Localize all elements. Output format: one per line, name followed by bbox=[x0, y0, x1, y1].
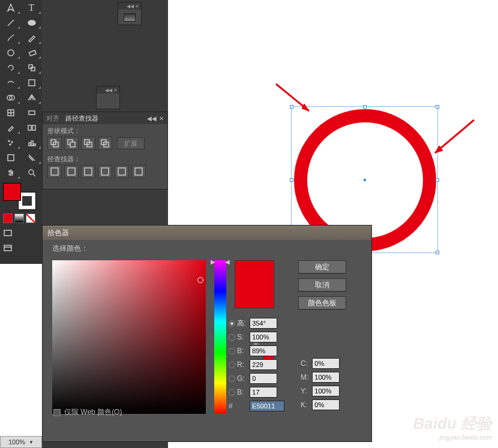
pf-trim-button[interactable] bbox=[64, 165, 79, 178]
red-radio[interactable] bbox=[229, 362, 235, 368]
svg-rect-15 bbox=[101, 168, 109, 175]
color-field[interactable] bbox=[52, 260, 206, 414]
free-transform-tool[interactable] bbox=[21, 75, 42, 90]
slice-tool[interactable] bbox=[21, 150, 42, 165]
pf-divide-button[interactable] bbox=[47, 165, 62, 178]
eraser-tool[interactable] bbox=[21, 45, 42, 60]
web-only-checkbox[interactable] bbox=[53, 409, 61, 416]
hue-radio[interactable] bbox=[229, 320, 235, 327]
line-segment-tool[interactable] bbox=[0, 15, 21, 30]
svg-rect-23 bbox=[31, 67, 35, 71]
shape-unite-button[interactable] bbox=[47, 137, 62, 150]
blob-brush-tool[interactable] bbox=[0, 45, 21, 60]
magenta-input[interactable]: 100% bbox=[312, 372, 340, 383]
none-mode-swatch[interactable] bbox=[26, 214, 35, 223]
artboard-tool[interactable] bbox=[0, 150, 21, 165]
svg-rect-21 bbox=[29, 50, 35, 56]
scale-tool[interactable] bbox=[21, 60, 42, 75]
mini-panel-header[interactable]: ◀◀ ✕ bbox=[97, 86, 119, 94]
cyan-input[interactable]: 0% bbox=[312, 358, 340, 369]
svg-line-18 bbox=[8, 20, 14, 26]
green-radio[interactable] bbox=[229, 375, 235, 382]
tab-align[interactable]: 对齐 bbox=[46, 114, 59, 123]
blue-radio[interactable] bbox=[229, 389, 235, 396]
panel-collapse-icon[interactable]: ◀◀✕ bbox=[147, 115, 164, 122]
resize-handle[interactable] bbox=[436, 178, 439, 182]
mesh-tool[interactable] bbox=[0, 105, 21, 120]
shape-exclude-button[interactable] bbox=[98, 137, 112, 150]
pf-merge-button[interactable] bbox=[81, 165, 95, 178]
shape-intersect-button[interactable] bbox=[81, 137, 95, 150]
saturation-radio[interactable] bbox=[229, 334, 235, 341]
expand-button[interactable]: 扩展 bbox=[117, 137, 145, 149]
perspective-grid-tool[interactable] bbox=[21, 90, 42, 105]
hue-input[interactable]: 354° bbox=[250, 318, 277, 329]
pf-outline-button[interactable] bbox=[115, 165, 129, 178]
svg-point-34 bbox=[11, 142, 13, 143]
resize-handle[interactable] bbox=[290, 178, 293, 182]
annotation-arrow bbox=[426, 117, 480, 165]
type-tool[interactable]: T bbox=[21, 0, 42, 15]
pf-minus-back-button[interactable] bbox=[131, 165, 146, 178]
svg-rect-31 bbox=[28, 125, 31, 130]
pf-crop-button[interactable] bbox=[98, 165, 112, 178]
shape-builder-tool[interactable] bbox=[0, 90, 21, 105]
svg-point-20 bbox=[8, 50, 14, 56]
mini-panel[interactable]: ◀◀ ✕ bbox=[96, 86, 120, 109]
width-tool[interactable] bbox=[0, 75, 21, 90]
blend-tool[interactable] bbox=[21, 120, 42, 135]
resize-handle[interactable] bbox=[436, 105, 439, 109]
screen-mode-button[interactable] bbox=[3, 228, 39, 240]
mini-panel-header[interactable]: ◀◀ ✕ bbox=[118, 2, 141, 10]
svg-rect-38 bbox=[34, 144, 35, 146]
zoom-level[interactable]: 100% ▼ bbox=[0, 436, 42, 448]
svg-rect-43 bbox=[4, 245, 11, 251]
ok-button[interactable]: 确定 bbox=[298, 260, 346, 273]
yellow-input[interactable]: 100% bbox=[312, 386, 340, 396]
pencil-tool[interactable] bbox=[21, 30, 42, 45]
magenta-label: M: bbox=[301, 373, 308, 381]
svg-rect-39 bbox=[8, 155, 14, 161]
shape-mode-label: 形状模式： bbox=[47, 127, 80, 134]
svg-rect-32 bbox=[32, 125, 35, 130]
eyedropper-tool[interactable] bbox=[0, 120, 21, 135]
pen-tool[interactable] bbox=[0, 0, 21, 15]
color-picker-dialog: 拾色器 选择颜色： ▶◀ ◈ 确定 取消 颜色色板 高: 354° S: 100… bbox=[42, 225, 372, 442]
svg-line-41 bbox=[33, 174, 35, 176]
hex-input[interactable]: E50011 bbox=[250, 401, 284, 411]
green-input[interactable]: 0 bbox=[250, 373, 277, 384]
fill-swatch[interactable] bbox=[3, 183, 21, 201]
black-label: K: bbox=[301, 401, 308, 409]
tab-pathfinder[interactable]: 路径查找器 bbox=[65, 114, 98, 123]
ellipse-tool[interactable] bbox=[21, 15, 42, 30]
saturation-input[interactable]: 100% bbox=[250, 332, 277, 342]
gradient-tool[interactable] bbox=[21, 105, 42, 120]
brightness-radio[interactable] bbox=[229, 348, 235, 354]
column-graph-tool[interactable] bbox=[21, 135, 42, 150]
black-input[interactable]: 0% bbox=[312, 399, 340, 410]
yellow-label: Y: bbox=[301, 387, 308, 395]
paintbrush-tool[interactable] bbox=[0, 30, 21, 45]
hand-tool[interactable] bbox=[0, 165, 21, 180]
svg-rect-42 bbox=[4, 230, 11, 236]
color-swatches-button[interactable]: 颜色色板 bbox=[298, 296, 346, 309]
gradient-mode-swatch[interactable] bbox=[14, 214, 24, 223]
shape-minus-front-button[interactable] bbox=[64, 137, 79, 150]
hue-slider[interactable]: ▶◀ bbox=[214, 260, 226, 414]
cancel-button[interactable]: 取消 bbox=[298, 278, 346, 291]
symbol-sprayer-tool[interactable] bbox=[0, 135, 21, 150]
svg-rect-22 bbox=[29, 65, 32, 68]
fill-stroke-swatches[interactable] bbox=[3, 183, 39, 210]
brightness-input[interactable]: 89% bbox=[250, 345, 277, 356]
red-input[interactable]: 229 bbox=[250, 359, 277, 370]
resize-handle[interactable] bbox=[436, 251, 439, 254]
zoom-tool[interactable] bbox=[21, 165, 42, 180]
color-field-cursor bbox=[197, 277, 203, 283]
blue-input[interactable]: 17 bbox=[250, 387, 277, 398]
gradient-swatch-icon[interactable] bbox=[124, 13, 136, 22]
color-mode-swatch[interactable] bbox=[3, 214, 13, 223]
change-screen-mode-button[interactable] bbox=[3, 243, 39, 255]
mini-panel[interactable]: ◀◀ ✕ bbox=[118, 2, 142, 25]
resize-handle[interactable] bbox=[363, 105, 367, 109]
rotate-tool[interactable] bbox=[0, 60, 21, 75]
